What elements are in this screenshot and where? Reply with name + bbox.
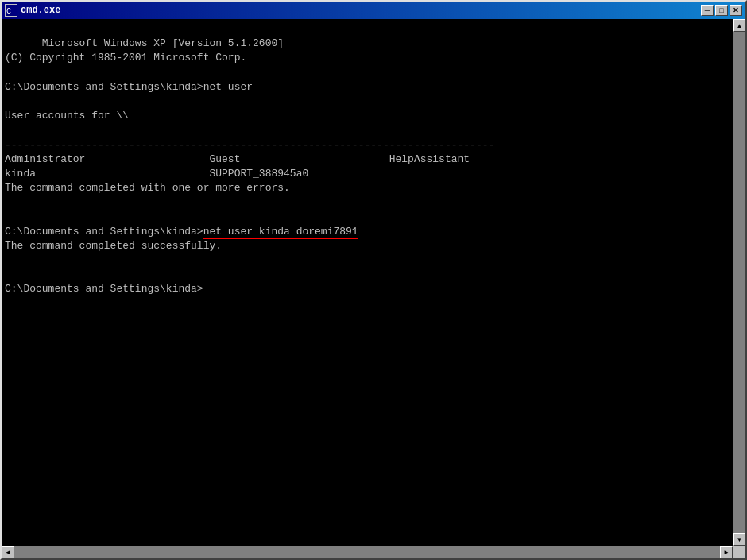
line-copyright: (C) Copyright 1985-2001 Microsoft Corp. [5, 52, 246, 64]
line-separator: ----------------------------------------… [5, 139, 494, 151]
terminal-output: Microsoft Windows XP [Version 5.1.2600] … [5, 22, 742, 311]
svg-text:C: C [6, 7, 11, 16]
line-winxp-version: Microsoft Windows XP [Version 5.1.2600] [42, 37, 284, 49]
title-bar-left: C cmd.exe [5, 4, 60, 17]
scrollbar-horizontal[interactable]: ◄ ► [2, 546, 733, 558]
line-user-accounts-header: User accounts for \\ [5, 110, 129, 122]
minimize-button[interactable]: ─ [701, 5, 714, 16]
close-button[interactable]: ✕ [730, 5, 742, 16]
cmd-icon: C [5, 4, 17, 17]
line-prompt-netuser: C:\Documents and Settings\kinda>net user [5, 81, 253, 93]
scroll-track-horizontal[interactable] [14, 546, 720, 559]
window-title: cmd.exe [21, 5, 60, 16]
terminal-body[interactable]: Microsoft Windows XP [Version 5.1.2600] … [2, 19, 745, 558]
line-errors-msg: The command completed with one or more e… [5, 182, 290, 194]
line-success-msg: The command completed successfully. [5, 240, 222, 252]
maximize-button[interactable]: □ [715, 5, 728, 16]
line-prompt-net-user-kinda: C:\Documents and Settings\kinda>net user… [5, 226, 358, 239]
line-final-prompt: C:\Documents and Settings\kinda> [5, 283, 203, 295]
title-bar: C cmd.exe ─ □ ✕ [2, 2, 745, 19]
scroll-left-button[interactable]: ◄ [2, 546, 14, 559]
line-accounts-row1: Administrator Guest HelpAssistant [5, 153, 470, 165]
scroll-up-button[interactable]: ▲ [733, 19, 746, 32]
underlined-command: net user kinda doremi7891 [203, 226, 358, 239]
title-bar-buttons: ─ □ ✕ [701, 5, 742, 16]
scroll-down-button[interactable]: ▼ [733, 533, 746, 546]
scroll-corner [733, 546, 745, 558]
scrollbar-vertical[interactable]: ▲ ▼ [733, 19, 745, 546]
scroll-right-button[interactable]: ► [720, 546, 733, 559]
cmd-window: C cmd.exe ─ □ ✕ Microsoft Windows XP [Ve… [0, 0, 747, 560]
line-accounts-row2: kinda SUPPORT_388945a0 [5, 168, 308, 180]
scroll-track-vertical[interactable] [733, 32, 746, 533]
